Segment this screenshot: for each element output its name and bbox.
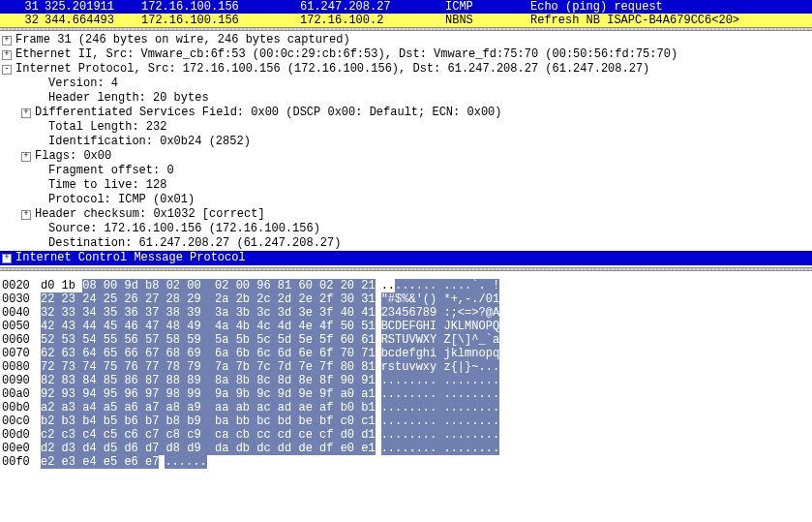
hex-offset: 0050 — [2, 320, 41, 333]
hex-ascii-selected: ........ ........ — [381, 374, 499, 387]
packet-list: 31325.201911172.16.100.15661.247.208.27I… — [0, 0, 812, 27]
hex-bytes-plain: d0 1b — [41, 279, 82, 292]
col-destination: 172.16.100.2 — [300, 14, 445, 27]
hex-ascii-selected: bcdefghi jklmnopq — [381, 347, 499, 360]
col-info: Echo (ping) request — [530, 0, 812, 14]
hex-ascii-selected: ........ ........ — [381, 428, 499, 442]
detail-text: Destination: 61.247.208.27 (61.247.208.2… — [48, 236, 341, 251]
hex-ascii-selected: RSTUVWXY Z[\]^_`a — [381, 333, 499, 347]
detail-text: Header length: 20 bytes — [48, 91, 209, 106]
detail-text: Fragment offset: 0 — [48, 164, 174, 178]
detail-row[interactable]: Header length: 20 bytes — [0, 91, 812, 106]
hex-line[interactable]: 006052 53 54 55 56 57 58 59 5a 5b 5c 5d … — [2, 333, 812, 347]
hex-offset: 0070 — [2, 347, 41, 360]
hex-bytes-selected: 08 00 9d b8 02 00 02 00 96 81 60 02 20 2… — [82, 279, 375, 292]
hex-ascii-selected: ........ ........ — [381, 401, 499, 415]
hex-bytes-selected: 82 83 84 85 86 87 88 89 8a 8b 8c 8d 8e 8… — [41, 374, 376, 387]
hex-line[interactable]: 00b0a2 a3 a4 a5 a6 a7 a8 a9 aa ab ac ad … — [2, 401, 812, 415]
detail-text: Internet Protocol, Src: 172.16.100.156 (… — [15, 62, 649, 77]
hex-dump: 0020d0 1b 08 00 9d b8 02 00 02 00 96 81 … — [0, 279, 812, 469]
hex-bytes-selected: e2 e3 e4 e5 e6 e7 — [41, 455, 159, 469]
hex-offset: 0040 — [2, 306, 41, 320]
hex-bytes-selected: 92 93 94 95 96 97 98 99 9a 9b 9c 9d 9e 9… — [41, 387, 376, 401]
detail-row[interactable]: -Internet Protocol, Src: 172.16.100.156 … — [0, 62, 812, 77]
packet-row[interactable]: 31325.201911172.16.100.15661.247.208.27I… — [0, 0, 812, 14]
detail-row[interactable]: +Differentiated Services Field: 0x00 (DS… — [0, 106, 812, 120]
expand-icon[interactable]: + — [21, 152, 31, 162]
detail-row[interactable]: +Internet Control Message Protocol — [0, 251, 812, 265]
detail-row[interactable]: Destination: 61.247.208.27 (61.247.208.2… — [0, 236, 812, 251]
hex-offset: 0030 — [2, 292, 41, 306]
detail-row[interactable]: +Ethernet II, Src: Vmware_cb:6f:53 (00:0… — [0, 47, 812, 62]
expand-icon[interactable]: + — [2, 254, 12, 263]
hex-ascii-selected: ...... ....`. ! — [395, 279, 499, 292]
detail-row[interactable]: Fragment offset: 0 — [0, 164, 812, 178]
hex-ascii-selected: rstuvwxy z{|}~... — [381, 360, 499, 374]
detail-text: Ethernet II, Src: Vmware_cb:6f:53 (00:0c… — [15, 47, 677, 62]
hex-line[interactable]: 009082 83 84 85 86 87 88 89 8a 8b 8c 8d … — [2, 374, 812, 387]
hex-bytes-selected: 22 23 24 25 26 27 28 29 2a 2b 2c 2d 2e 2… — [41, 292, 376, 306]
hex-line[interactable]: 008072 73 74 75 76 77 78 79 7a 7b 7c 7d … — [2, 360, 812, 374]
col-time: 325.201911 — [45, 0, 141, 14]
col-time: 344.664493 — [45, 14, 141, 27]
hex-line[interactable]: 00e0d2 d3 d4 d5 d6 d7 d8 d9 da db dc dd … — [2, 442, 812, 455]
hex-ascii-selected: 23456789 :;<=>?@A — [381, 306, 499, 320]
hex-offset: 0020 — [2, 279, 41, 292]
hex-line[interactable]: 003022 23 24 25 26 27 28 29 2a 2b 2c 2d … — [2, 292, 812, 306]
hex-line[interactable]: 00d0c2 c3 c4 c5 c6 c7 c8 c9 ca cb cc cd … — [2, 428, 812, 442]
expand-icon[interactable]: + — [2, 36, 12, 46]
detail-row[interactable]: Version: 4 — [0, 77, 812, 91]
detail-row[interactable]: Source: 172.16.100.156 (172.16.100.156) — [0, 222, 812, 236]
detail-row[interactable]: Time to live: 128 — [0, 178, 812, 193]
hex-offset: 00f0 — [2, 455, 41, 469]
expand-icon[interactable]: - — [2, 65, 12, 75]
hex-offset: 00b0 — [2, 401, 41, 415]
col-no: 32 — [0, 14, 45, 27]
detail-text: Time to live: 128 — [48, 178, 166, 193]
hex-line[interactable]: 004032 33 34 35 36 37 38 39 3a 3b 3c 3d … — [2, 306, 812, 320]
hex-bytes-selected: 32 33 34 35 36 37 38 39 3a 3b 3c 3d 3e 3… — [41, 306, 376, 320]
hex-line[interactable]: 00f0e2 e3 e4 e5 e6 e7 ...... — [2, 455, 812, 469]
hex-ascii-plain: .. — [381, 279, 395, 292]
expand-icon[interactable]: + — [2, 50, 12, 60]
detail-text: Flags: 0x00 — [35, 149, 111, 164]
col-no: 31 — [0, 0, 45, 14]
detail-text: Source: 172.16.100.156 (172.16.100.156) — [48, 222, 320, 236]
hex-bytes-selected: a2 a3 a4 a5 a6 a7 a8 a9 aa ab ac ad ae a… — [41, 401, 376, 415]
detail-text: Total Length: 232 — [48, 120, 166, 135]
packet-row[interactable]: 32344.664493172.16.100.156172.16.100.2NB… — [0, 14, 812, 27]
detail-row[interactable]: Identification: 0x0b24 (2852) — [0, 135, 812, 149]
detail-text: Protocol: ICMP (0x01) — [48, 193, 195, 207]
hex-offset: 0080 — [2, 360, 41, 374]
hex-line[interactable]: 00a092 93 94 95 96 97 98 99 9a 9b 9c 9d … — [2, 387, 812, 401]
detail-text: Frame 31 (246 bytes on wire, 246 bytes c… — [15, 33, 350, 47]
hex-bytes-selected: 52 53 54 55 56 57 58 59 5a 5b 5c 5d 5e 5… — [41, 333, 376, 347]
detail-row[interactable]: Protocol: ICMP (0x01) — [0, 193, 812, 207]
expand-icon[interactable]: + — [21, 108, 31, 118]
col-source: 172.16.100.156 — [141, 0, 300, 14]
detail-row[interactable]: +Frame 31 (246 bytes on wire, 246 bytes … — [0, 33, 812, 47]
detail-row[interactable]: Total Length: 232 — [0, 120, 812, 135]
hex-line[interactable]: 007062 63 64 65 66 67 68 69 6a 6b 6c 6d … — [2, 347, 812, 360]
col-info: Refresh NB ISAPC-B4A679CC6<20> — [530, 14, 812, 27]
hex-ascii-selected: "#$%&'() *+,-./01 — [381, 292, 499, 306]
hex-ascii-selected: ...... — [165, 455, 206, 469]
packet-details: +Frame 31 (246 bytes on wire, 246 bytes … — [0, 31, 812, 267]
hex-ascii-selected: ........ ........ — [381, 415, 499, 428]
detail-text: Header checksum: 0x1032 [correct] — [35, 207, 265, 222]
hex-line[interactable]: 005042 43 44 45 46 47 48 49 4a 4b 4c 4d … — [2, 320, 812, 333]
detail-text: Version: 4 — [48, 77, 118, 91]
hex-bytes-selected: 72 73 74 75 76 77 78 79 7a 7b 7c 7d 7e 7… — [41, 360, 376, 374]
hex-offset: 0060 — [2, 333, 41, 347]
expand-icon[interactable]: + — [21, 210, 31, 220]
hex-bytes-selected: b2 b3 b4 b5 b6 b7 b8 b9 ba bb bc bd be b… — [41, 415, 376, 428]
detail-text: Identification: 0x0b24 (2852) — [48, 135, 251, 149]
detail-row[interactable]: +Flags: 0x00 — [0, 149, 812, 164]
hex-ascii-selected: BCDEFGHI JKLMNOPQ — [381, 320, 499, 333]
hex-line[interactable]: 00c0b2 b3 b4 b5 b6 b7 b8 b9 ba bb bc bd … — [2, 415, 812, 428]
hex-bytes-selected: c2 c3 c4 c5 c6 c7 c8 c9 ca cb cc cd ce c… — [41, 428, 376, 442]
hex-line[interactable]: 0020d0 1b 08 00 9d b8 02 00 02 00 96 81 … — [2, 279, 812, 292]
hex-ascii-selected: ........ ........ — [381, 442, 499, 455]
detail-row[interactable]: +Header checksum: 0x1032 [correct] — [0, 207, 812, 222]
hex-offset: 00c0 — [2, 415, 41, 428]
